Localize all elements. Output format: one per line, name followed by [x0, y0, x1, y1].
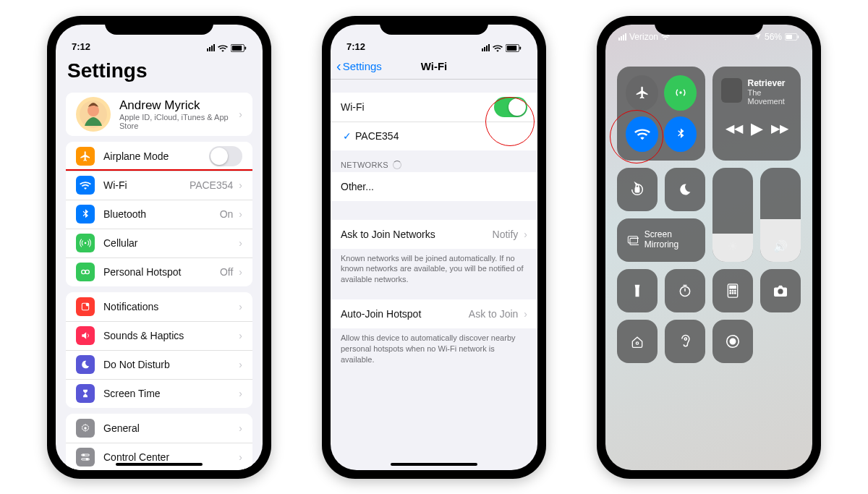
music-module[interactable]: Retriever The Movement ◀◀ ▶ ▶▶ [712, 67, 801, 161]
back-label: Settings [343, 60, 382, 72]
wifi-toggle[interactable] [494, 97, 527, 117]
connectivity-group: Airplane Mode Wi-Fi PACE354 › Bluetooth … [66, 142, 252, 286]
sounds-label: Sounds & Haptics [103, 330, 236, 341]
svg-point-21 [679, 91, 681, 93]
home-button[interactable] [617, 320, 658, 363]
rewind-button[interactable]: ◀◀ [726, 122, 743, 135]
screen-mirroring-button[interactable]: Screen Mirroring [617, 218, 705, 262]
carrier-label: Verizon [629, 32, 658, 42]
other-label: Other... [341, 181, 527, 192]
svg-point-6 [82, 270, 85, 273]
brightness-icon: ☀ [728, 239, 738, 253]
networks-group: Other... [331, 172, 537, 201]
cellular-icon [76, 234, 95, 252]
chevron-left-icon: ‹ [336, 59, 341, 73]
svg-point-35 [636, 341, 638, 344]
status-indicators [482, 44, 522, 52]
iphone-control-center: Verizon 56% [597, 16, 821, 479]
controlcenter-row[interactable]: Control Center › [66, 443, 252, 470]
airplane-toggle[interactable] [209, 146, 242, 166]
auto-join-row[interactable]: Auto-Join Hotspot Ask to Join › [331, 299, 537, 328]
airplane-mode-row[interactable]: Airplane Mode [66, 142, 252, 171]
screentime-row[interactable]: Screen Time › [66, 379, 252, 408]
brightness-slider[interactable]: ☀ [712, 168, 753, 262]
home-indicator[interactable] [391, 463, 477, 466]
wifi-value: PACE354 [190, 179, 233, 191]
iphone-settings-root: 7:12 Settings Andrew Myrick Apple ID, iC… [47, 16, 271, 479]
volume-icon: 🔊 [773, 239, 788, 253]
status-time: 7:12 [346, 41, 383, 52]
svg-point-31 [730, 292, 731, 294]
notch [380, 16, 488, 35]
cellular-signal-icon [207, 44, 215, 51]
airplane-icon [76, 147, 95, 166]
wifi-button[interactable] [626, 116, 658, 152]
hearing-button[interactable] [665, 320, 705, 363]
mirror-label: Screen Mirroring [644, 230, 695, 249]
chevron-right-icon: › [239, 237, 242, 249]
flashlight-button[interactable] [617, 269, 658, 312]
chevron-right-icon: › [524, 229, 527, 240]
svg-rect-19 [786, 34, 792, 38]
svg-rect-22 [635, 187, 639, 192]
volume-slider[interactable]: 🔊 [760, 168, 801, 262]
svg-point-38 [730, 338, 735, 344]
hotspot-row[interactable]: Personal Hotspot Off › [66, 257, 252, 286]
nav-bar: ‹ Settings Wi-Fi [331, 54, 537, 80]
page-title: Wi-Fi [421, 60, 448, 72]
status-time: 7:12 [72, 41, 108, 52]
svg-point-13 [83, 454, 85, 456]
ask-group: Ask to Join Networks Notify › [331, 220, 537, 249]
bluetooth-row[interactable]: Bluetooth On › [66, 200, 252, 229]
album-art [721, 78, 742, 103]
chevron-right-icon: › [239, 179, 242, 191]
home-indicator[interactable] [116, 463, 203, 466]
calculator-button[interactable] [712, 269, 753, 312]
svg-point-5 [85, 242, 87, 244]
bluetooth-label: Bluetooth [103, 208, 220, 220]
cellular-signal-icon [618, 33, 626, 41]
camera-button[interactable] [760, 269, 801, 312]
lock-dnd-mirror-column: Screen Mirroring [617, 168, 705, 262]
general-row[interactable]: General › [66, 414, 252, 443]
screen-record-button[interactable] [712, 320, 753, 363]
cellular-button[interactable] [664, 75, 697, 111]
timer-button[interactable] [665, 269, 705, 312]
hotspot-icon [76, 263, 95, 281]
airplane-button[interactable] [626, 75, 658, 111]
switches-icon [76, 448, 95, 467]
notifications-row[interactable]: Notifications › [66, 292, 252, 321]
ask-label: Ask to Join Networks [341, 229, 493, 240]
gear-icon [76, 419, 95, 438]
notch [105, 16, 213, 35]
other-network-row[interactable]: Other... [331, 172, 537, 201]
connected-network-row[interactable]: ✓ PACE354 [331, 122, 537, 150]
svg-point-29 [732, 290, 733, 291]
chevron-right-icon: › [524, 308, 527, 320]
cellular-row[interactable]: Cellular › [66, 229, 252, 257]
sounds-row[interactable]: Sounds & Haptics › [66, 321, 252, 350]
orientation-lock-button[interactable] [617, 168, 658, 211]
wifi-toggle-label: Wi-Fi [341, 101, 494, 113]
forward-button[interactable]: ▶▶ [771, 122, 788, 135]
apple-id-row[interactable]: Andrew Myrick Apple ID, iCloud, iTunes &… [66, 93, 252, 136]
connectivity-module[interactable] [617, 67, 705, 161]
wifi-row[interactable]: Wi-Fi PACE354 › [66, 171, 252, 200]
svg-point-33 [735, 292, 736, 294]
sliders-column: ☀ 🔊 [712, 168, 801, 262]
back-button[interactable]: ‹ Settings [336, 59, 382, 73]
battery-icon [231, 44, 247, 52]
svg-rect-23 [628, 236, 637, 242]
status-indicators [207, 44, 247, 52]
play-button[interactable]: ▶ [751, 119, 763, 138]
dnd-button[interactable] [665, 168, 705, 211]
iphone-wifi-settings: 7:12 ‹ Settings Wi-Fi Wi-Fi ✓ [322, 16, 546, 479]
ask-to-join-row[interactable]: Ask to Join Networks Notify › [331, 220, 537, 249]
svg-point-28 [730, 290, 731, 291]
battery-icon [785, 33, 799, 41]
wifi-toggle-row[interactable]: Wi-Fi [331, 93, 537, 122]
dnd-row[interactable]: Do Not Disturb › [66, 350, 252, 379]
bluetooth-button[interactable] [664, 116, 697, 152]
spinner-icon [393, 161, 401, 169]
system-group: General › Control Center › [66, 414, 252, 470]
